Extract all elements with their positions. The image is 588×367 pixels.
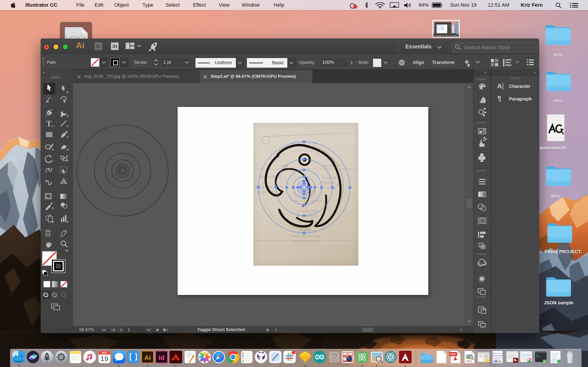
svg-text:PDF: PDF bbox=[450, 352, 456, 356]
svg-text:Typography: Typography bbox=[493, 354, 502, 357]
svg-text:Anatomy of: Anatomy of bbox=[493, 352, 502, 354]
svg-text:a lot of questions: a lot of questions bbox=[292, 239, 319, 243]
svg-text:Ai: Ai bbox=[144, 354, 151, 361]
svg-text:«: « bbox=[43, 70, 45, 75]
svg-text:PNG: PNG bbox=[466, 360, 472, 363]
svg-text:Id: Id bbox=[159, 354, 164, 361]
svg-text:19: 19 bbox=[100, 355, 108, 362]
svg-text:T: T bbox=[46, 119, 52, 128]
svg-text:NOV: NOV bbox=[102, 352, 107, 354]
svg-text:?: ? bbox=[331, 351, 337, 363]
